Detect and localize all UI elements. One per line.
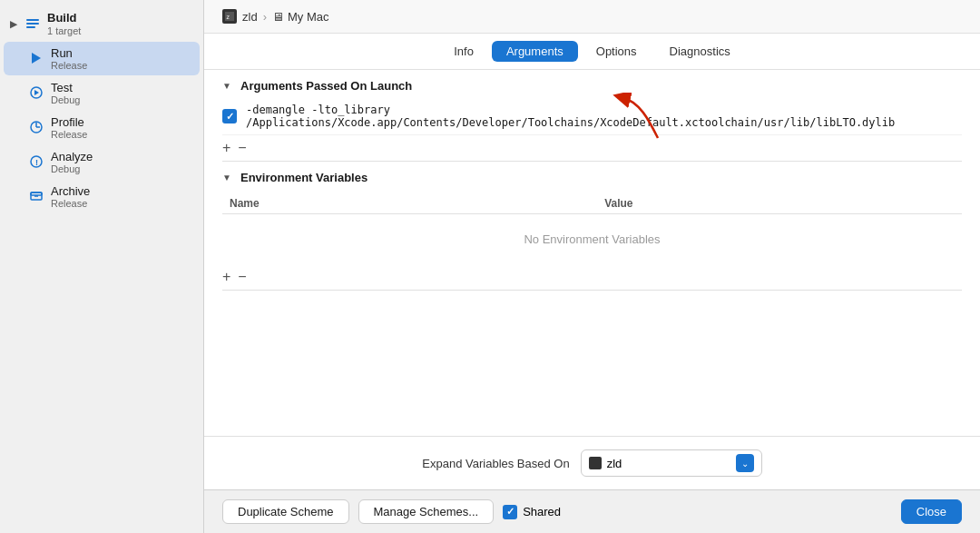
sidebar-item-archive[interactable]: Archive Release xyxy=(4,180,200,213)
args-remove-button[interactable]: − xyxy=(238,141,246,155)
run-text-group: Run Release xyxy=(51,46,87,71)
archive-label: Archive xyxy=(51,184,90,198)
test-icon xyxy=(27,84,45,102)
manage-schemes-button[interactable]: Manage Schemes... xyxy=(358,499,495,524)
footer: Duplicate Scheme Manage Schemes... Share… xyxy=(204,489,980,533)
analyze-text-group: Analyze Debug xyxy=(51,150,93,174)
shared-checkbox-wrap: Shared xyxy=(503,505,561,519)
svg-rect-2 xyxy=(26,26,35,28)
sidebar-build-header[interactable]: ▶ Build 1 target xyxy=(0,7,203,41)
app-window: ▶ Build 1 target Run Re xyxy=(0,0,980,533)
svg-text:!: ! xyxy=(35,158,38,167)
close-button[interactable]: Close xyxy=(901,499,962,524)
build-icon xyxy=(24,15,42,33)
shared-checkbox[interactable] xyxy=(503,505,517,519)
mac-icon: 🖥 xyxy=(272,10,284,24)
archive-text-group: Archive Release xyxy=(51,184,90,209)
tab-options[interactable]: Options xyxy=(582,41,652,62)
analyze-subtitle: Debug xyxy=(51,163,93,174)
env-empty-message: No Environment Variables xyxy=(222,214,962,264)
env-col-name: Name xyxy=(222,193,597,214)
arguments-section-header[interactable]: ▼ Arguments Passed On Launch xyxy=(222,70,962,98)
breadcrumb: z zld › 🖥 My Mac xyxy=(204,0,980,34)
profile-text-group: Profile Release xyxy=(51,115,87,140)
sidebar-item-profile[interactable]: Profile Release xyxy=(4,111,200,144)
test-text-group: Test Debug xyxy=(51,81,80,105)
shared-label: Shared xyxy=(523,505,561,518)
svg-rect-0 xyxy=(26,19,39,21)
scroll-content: ▼ Arguments Passed On Launch -demangle -… xyxy=(204,70,980,436)
main-content: z zld › 🖥 My Mac Info Arguments Options … xyxy=(204,0,980,533)
env-collapse-icon: ▼ xyxy=(222,173,233,183)
build-subtitle: 1 target xyxy=(47,25,81,37)
tab-arguments[interactable]: Arguments xyxy=(492,41,578,62)
scheme-icon: z xyxy=(222,9,237,24)
build-title-group: Build 1 target xyxy=(47,11,81,37)
env-remove-button[interactable]: − xyxy=(238,270,246,284)
env-table: Name Value No Environment Variables xyxy=(222,193,962,264)
svg-rect-12 xyxy=(31,192,42,195)
sidebar-item-run[interactable]: Run Release xyxy=(4,42,200,75)
run-label: Run xyxy=(51,46,87,60)
analyze-icon: ! xyxy=(27,153,45,171)
env-add-button[interactable]: + xyxy=(222,270,230,284)
expand-vars-scheme-icon xyxy=(589,457,602,469)
svg-text:z: z xyxy=(226,14,230,21)
run-icon xyxy=(27,49,45,67)
run-subtitle: Release xyxy=(51,60,87,71)
sidebar: ▶ Build 1 target Run Re xyxy=(0,0,204,533)
expand-vars-select[interactable]: zld ⌄ xyxy=(581,449,762,477)
breadcrumb-scheme: zld xyxy=(242,10,258,24)
breadcrumb-target: My Mac xyxy=(288,10,329,24)
tabs-bar: Info Arguments Options Diagnostics xyxy=(204,34,980,70)
sidebar-item-analyze[interactable]: ! Analyze Debug xyxy=(4,145,200,179)
arguments-section-title: Arguments Passed On Launch xyxy=(240,79,412,93)
profile-label: Profile xyxy=(51,115,87,129)
env-section-header[interactable]: ▼ Environment Variables xyxy=(222,162,962,190)
svg-marker-5 xyxy=(34,90,39,95)
test-subtitle: Debug xyxy=(51,94,80,105)
duplicate-scheme-button[interactable]: Duplicate Scheme xyxy=(222,499,349,524)
expand-vars-scheme: zld xyxy=(607,457,730,470)
archive-subtitle: Release xyxy=(51,198,90,209)
profile-subtitle: Release xyxy=(51,129,87,140)
env-section-title: Environment Variables xyxy=(240,171,368,184)
expand-vars-row: Expand Variables Based On zld ⌄ xyxy=(204,436,980,489)
sidebar-item-test[interactable]: Test Debug xyxy=(4,76,200,110)
expand-vars-label: Expand Variables Based On xyxy=(422,457,569,470)
profile-icon xyxy=(27,118,45,136)
tab-info[interactable]: Info xyxy=(439,41,488,62)
breadcrumb-sep: › xyxy=(263,10,267,24)
expand-vars-dropdown-arrow[interactable]: ⌄ xyxy=(736,454,754,472)
tab-diagnostics[interactable]: Diagnostics xyxy=(655,41,745,62)
svg-rect-1 xyxy=(26,23,39,25)
build-title: Build xyxy=(47,11,81,25)
args-add-remove-bar: + − xyxy=(222,135,962,162)
args-add-button[interactable]: + xyxy=(222,141,230,155)
svg-marker-3 xyxy=(32,53,41,64)
collapse-icon: ▼ xyxy=(222,81,233,92)
analyze-label: Analyze xyxy=(51,150,93,163)
argument-row: -demangle -lto_library /Applications/Xco… xyxy=(222,98,962,135)
arg-text: -demangle -lto_library /Applications/Xco… xyxy=(246,104,962,129)
archive-icon xyxy=(27,187,45,205)
arg-checkbox[interactable] xyxy=(222,109,237,123)
test-label: Test xyxy=(51,81,80,94)
env-add-remove-bar: + − xyxy=(222,264,962,291)
env-col-value: Value xyxy=(597,193,962,214)
chevron-right-icon: ▶ xyxy=(7,17,20,30)
